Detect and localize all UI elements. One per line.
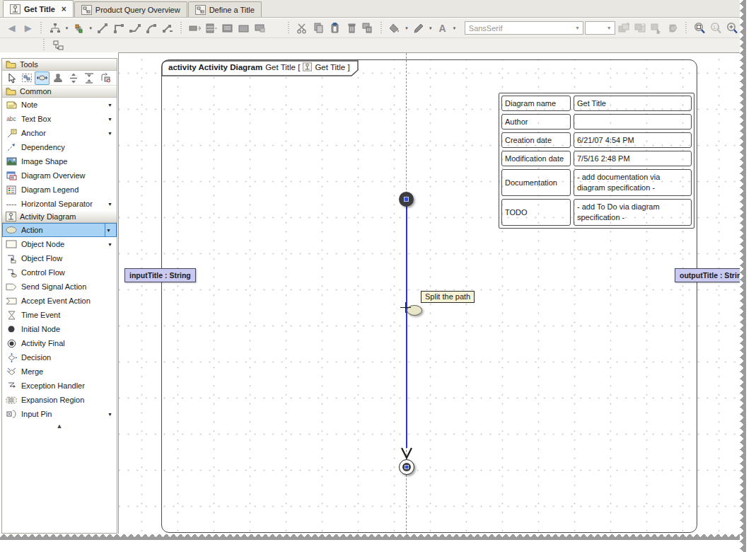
delete-from-model-button[interactable] bbox=[361, 21, 376, 36]
layout-tree-button[interactable] bbox=[47, 21, 62, 36]
tab-product-query-overview[interactable]: Product Query Overview bbox=[74, 1, 187, 17]
palette-item-dependency[interactable]: Dependency bbox=[2, 140, 117, 154]
palette-item-image-shape[interactable]: Image Shape bbox=[2, 154, 117, 168]
info-label[interactable]: Diagram name bbox=[501, 96, 571, 111]
spline-path-style-button[interactable] bbox=[161, 21, 175, 36]
info-label[interactable]: TODO bbox=[501, 199, 571, 226]
autosize-shape-button[interactable] bbox=[187, 21, 202, 36]
send-backward-button[interactable] bbox=[633, 21, 648, 36]
dropdown-icon[interactable]: ▼ bbox=[107, 242, 115, 247]
marquee-select-tool[interactable] bbox=[19, 71, 34, 85]
diagram-info-table[interactable]: Diagram name Get Title Author Creation d… bbox=[499, 93, 694, 229]
activity-parameter-output[interactable]: outputTitle : String bbox=[675, 268, 740, 282]
edit-compartments-button[interactable] bbox=[220, 21, 235, 36]
paste-button[interactable] bbox=[327, 21, 342, 36]
select-related-elements-button[interactable] bbox=[649, 21, 664, 36]
tab-get-title[interactable]: Get Title × bbox=[3, 0, 74, 17]
rectilinear-path-style-button[interactable] bbox=[112, 21, 127, 36]
palette-item-initial-node[interactable]: Initial Node bbox=[2, 322, 117, 336]
info-label[interactable]: Creation date bbox=[501, 132, 571, 148]
cut-button[interactable] bbox=[295, 21, 310, 36]
info-value[interactable]: 7/5/16 2:48 PM bbox=[574, 151, 692, 166]
show-containment-button[interactable] bbox=[50, 38, 66, 53]
font-color-dropdown-icon[interactable]: ▼ bbox=[451, 26, 458, 30]
dropdown-icon[interactable]: ▼ bbox=[107, 412, 115, 417]
palette-item-object-flow[interactable]: Object Flow bbox=[2, 251, 117, 265]
dropdown-box[interactable]: ▼ bbox=[105, 224, 115, 236]
palette-item-accept-event-action[interactable]: Accept Event Action bbox=[2, 294, 117, 308]
palette-item-decision[interactable]: Decision bbox=[2, 350, 117, 364]
palette-item-time-event[interactable]: Time Event bbox=[2, 308, 117, 322]
forward-button[interactable]: ▶ bbox=[21, 21, 35, 36]
palette-section-tools[interactable]: Tools bbox=[2, 59, 117, 71]
selection-handle[interactable] bbox=[404, 197, 409, 202]
layout-compartments-button[interactable] bbox=[204, 21, 219, 36]
select-tool[interactable] bbox=[4, 71, 18, 85]
info-value[interactable]: - add documentation via diagram specific… bbox=[574, 169, 692, 196]
zoom-region-button[interactable] bbox=[692, 21, 707, 36]
palette-item-text-box[interactable]: abc Text Box ▼ bbox=[2, 112, 117, 126]
split-path-tool[interactable] bbox=[35, 71, 50, 85]
palette-scroll-up[interactable]: ▲ bbox=[2, 421, 117, 431]
tab-close-icon[interactable]: × bbox=[62, 6, 66, 13]
info-label[interactable]: Modification date bbox=[501, 151, 571, 166]
palette-item-send-signal-action[interactable]: Send Signal Action bbox=[2, 280, 117, 294]
quick-layout-dropdown-icon[interactable]: ▼ bbox=[88, 26, 94, 30]
palette-item-action[interactable]: Action ▼ bbox=[2, 223, 117, 237]
palette-item-note[interactable]: Note ▼ bbox=[2, 98, 117, 112]
curved-path-style-button[interactable] bbox=[144, 21, 159, 36]
palette-item-expansion-region[interactable]: Expansion Region bbox=[2, 393, 117, 407]
selection-handle[interactable] bbox=[405, 465, 409, 469]
dropdown-icon[interactable]: ▼ bbox=[107, 131, 115, 136]
line-color-dropdown-icon[interactable]: ▼ bbox=[427, 26, 434, 30]
quick-layout-button[interactable] bbox=[71, 21, 86, 36]
stamp-tool[interactable] bbox=[50, 71, 65, 85]
delete-button[interactable] bbox=[344, 21, 359, 36]
vertical-compress-tool[interactable] bbox=[81, 71, 96, 85]
diagram-canvas[interactable]: activity Activity Diagram Get Title [ Ge… bbox=[118, 52, 740, 534]
fill-color-button[interactable] bbox=[388, 21, 402, 36]
palette-item-anchor[interactable]: Anchor ▼ bbox=[2, 126, 117, 140]
control-flow-edge[interactable] bbox=[406, 206, 407, 448]
dropdown-icon[interactable]: ▼ bbox=[107, 103, 115, 108]
fill-shape-button[interactable] bbox=[236, 21, 251, 36]
palette-item-horizontal-separator[interactable]: ---- Horizontal Separator ▼ bbox=[2, 197, 117, 211]
activity-parameter-input[interactable]: inputTitle : String bbox=[124, 268, 196, 282]
bring-forward-button[interactable] bbox=[617, 21, 632, 36]
palette-item-activity-final[interactable]: Activity Final bbox=[2, 336, 117, 350]
info-value[interactable]: Get Title bbox=[574, 96, 692, 111]
swap-elements-tool[interactable] bbox=[97, 71, 112, 85]
palette-item-input-pin[interactable]: Input Pin ▼ bbox=[2, 407, 117, 421]
palette-item-object-node[interactable]: Object Node ▼ bbox=[2, 237, 117, 251]
frame-header[interactable]: activity Activity Diagram Get Title [ Ge… bbox=[161, 60, 359, 76]
info-label[interactable]: Author bbox=[501, 114, 571, 130]
line-color-button[interactable] bbox=[411, 21, 426, 36]
tab-define-a-title[interactable]: Define a Title bbox=[188, 1, 262, 17]
initial-node[interactable] bbox=[399, 192, 414, 207]
palette-item-exception-handler[interactable]: Exception Handler bbox=[2, 379, 117, 393]
dropdown-icon[interactable]: ▼ bbox=[107, 202, 115, 207]
vertical-spread-tool[interactable] bbox=[66, 71, 81, 85]
back-button[interactable]: ◀ bbox=[4, 21, 19, 36]
palette-item-diagram-overview[interactable]: Diagram Overview bbox=[2, 168, 117, 183]
copy-button[interactable] bbox=[311, 21, 326, 36]
info-value[interactable]: 6/21/07 4:54 PM bbox=[574, 132, 692, 148]
fill-color-dropdown-icon[interactable]: ▼ bbox=[404, 26, 410, 30]
layout-tree-dropdown-icon[interactable]: ▼ bbox=[64, 26, 70, 30]
palette-section-common[interactable]: Common bbox=[2, 86, 117, 98]
refresh-shape-button[interactable] bbox=[665, 21, 680, 36]
info-value[interactable]: - add To Do via diagram specification - bbox=[574, 199, 692, 226]
font-color-button[interactable]: A bbox=[435, 21, 450, 36]
bent-path-style-button[interactable] bbox=[128, 21, 143, 36]
activity-final-node[interactable] bbox=[399, 459, 414, 475]
palette-item-control-flow[interactable]: Control Flow bbox=[2, 265, 117, 280]
info-value[interactable] bbox=[574, 114, 692, 130]
zoom-one-to-one-button[interactable]: 1:1 bbox=[709, 21, 723, 36]
shape-shadow-button[interactable] bbox=[252, 21, 267, 36]
oblique-path-style-button[interactable] bbox=[95, 21, 110, 36]
palette-item-merge[interactable]: Merge bbox=[2, 364, 117, 379]
info-label[interactable]: Documentation bbox=[501, 169, 571, 196]
zoom-in-button[interactable] bbox=[725, 21, 740, 36]
palette-section-activity-diagram[interactable]: Activity Diagram bbox=[2, 211, 117, 223]
dropdown-icon[interactable]: ▼ bbox=[107, 117, 115, 122]
